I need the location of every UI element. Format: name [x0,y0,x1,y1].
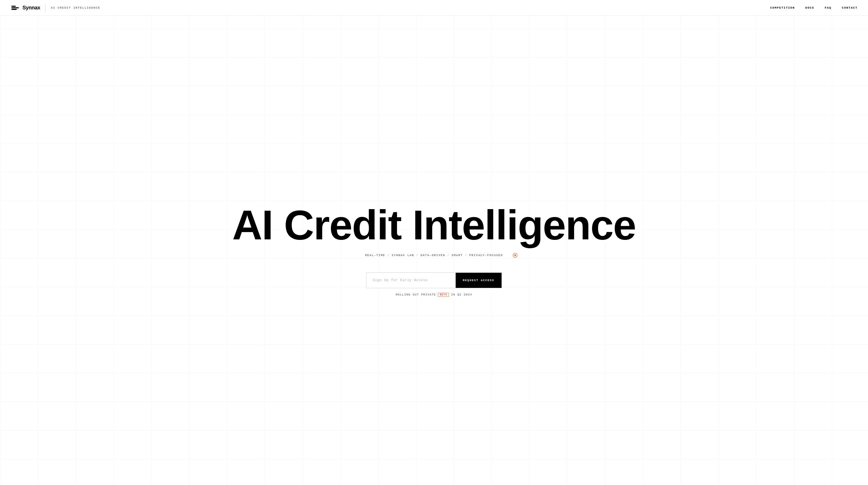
tag-datadriven: DATA-DRIVEN [421,254,445,257]
logo-text: Synnax [23,5,40,11]
main-content: AI Credit Intelligence REAL-TIME / SYNNA… [0,0,868,485]
dot-decoration [513,253,518,258]
tag-smart: SMART [452,254,463,257]
hero-title: AI Credit Intelligence [232,204,636,246]
svg-rect-3 [11,9,17,10]
nav-subtitle: AI CREDIT INTELLIGENCE [51,6,100,9]
nav-link-contact[interactable]: CONTACT [842,6,858,9]
early-access-input[interactable] [367,273,456,288]
tag-sep-1: / [387,254,390,257]
nav-link-competition[interactable]: COMPETITION [770,6,795,9]
status-suffix: IN Q2 2024 [451,293,472,296]
svg-rect-2 [11,7,19,8]
logo-link[interactable]: Synnax [10,3,40,12]
cta-area: REQUEST ACCESS ROLLING OUT PRIVATE BETA … [366,272,502,297]
status-prefix: ROLLING OUT PRIVATE [396,293,436,296]
tag-privacy: PRIVACY-FOCUSED [469,254,503,257]
svg-point-5 [514,255,516,256]
nav-links: COMPETITION DOCS FAQ CONTACT [770,6,858,9]
tag-sep-3: / [447,254,450,257]
cta-status: ROLLING OUT PRIVATE BETA IN Q2 2024 [396,293,472,297]
tag-synnaxlab: SYNNAX LAB [392,254,414,257]
hero-tags: REAL-TIME / SYNNAX LAB / DATA-DRIVEN / S… [365,254,503,257]
navbar: Synnax AI CREDIT INTELLIGENCE COMPETITIO… [0,0,868,15]
tag-sep-2: / [416,254,418,257]
nav-link-faq[interactable]: FAQ [825,6,832,9]
logo-icon [10,3,20,12]
beta-badge: BETA [438,293,449,297]
request-access-button[interactable]: REQUEST ACCESS [456,273,501,288]
tag-realtime: REAL-TIME [365,254,385,257]
tag-sep-4: / [465,254,467,257]
cta-form: REQUEST ACCESS [366,272,502,288]
nav-link-docs[interactable]: DOCS [805,6,814,9]
svg-rect-1 [11,6,16,7]
